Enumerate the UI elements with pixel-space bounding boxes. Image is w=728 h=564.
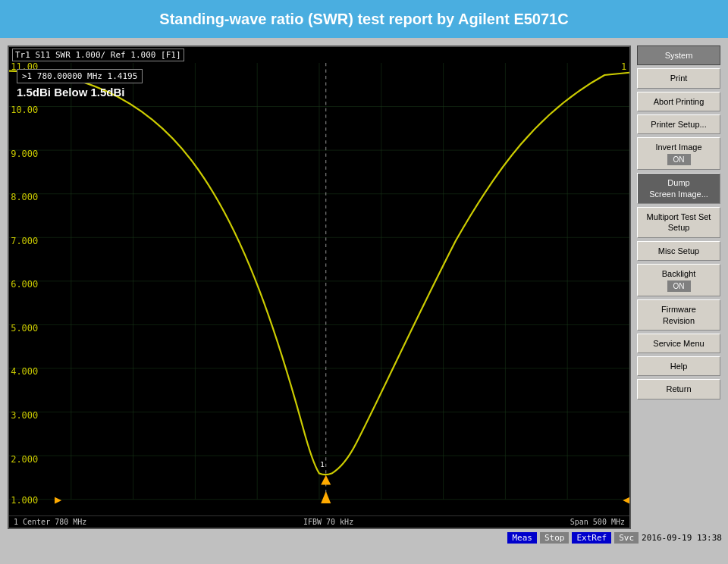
chart-svg: 11.00 10.00 9.000 8.000 7.000 6.000 5.00… (9, 63, 629, 515)
svg-text:1.000: 1.000 (11, 495, 38, 506)
datetime-display: 2016-09-19 13:38 (642, 533, 722, 543)
svg-text:9.000: 9.000 (11, 149, 38, 159)
chart-container: Tr1 S11 SWR 1.000/ Ref 1.000 [F1] (8, 45, 631, 529)
page-header: Standing-wave ratio (SWR) test report by… (0, 0, 728, 38)
sidebar-btn-service[interactable]: Service Menu (637, 334, 720, 353)
extref-status: ExtRef (572, 532, 611, 544)
backlight-status: ON (667, 280, 691, 292)
sidebar-btn-invert[interactable]: Invert Image ON (637, 137, 720, 170)
chart-footer: 1 Center 780 MHz IFBW 70 kHz Span 500 MH… (9, 515, 629, 528)
sidebar-btn-multiport[interactable]: Multiport Test SetSetup (637, 207, 720, 238)
sidebar-btn-printer-setup[interactable]: Printer Setup... (637, 114, 720, 134)
svg-text:5.000: 5.000 (11, 323, 38, 334)
marker-box: >1 780.00000 MHz 1.4195 (17, 69, 143, 83)
footer-center-label: 1 Center 780 MHz (14, 518, 86, 526)
svg-text:1: 1 (621, 63, 626, 71)
chart-header: Tr1 S11 SWR 1.000/ Ref 1.000 [F1] (9, 47, 629, 63)
svg-text:8.000: 8.000 (11, 192, 38, 202)
page-title: Standing-wave ratio (SWR) test report by… (159, 11, 568, 28)
annotation-text: 1.5dBi Below 1.5dBi (17, 86, 125, 99)
main-area: Tr1 S11 SWR 1.000/ Ref 1.000 [F1] (0, 38, 728, 529)
svg-marker-37 (321, 475, 331, 485)
svg-text:◀: ◀ (623, 493, 629, 506)
sidebar-btn-backlight[interactable]: Backlight ON (637, 264, 720, 296)
svg-text:1: 1 (320, 460, 325, 468)
svg-text:3.000: 3.000 (11, 410, 38, 421)
svg-text:10.00: 10.00 (11, 105, 38, 115)
invert-status: ON (667, 154, 691, 165)
sidebar-btn-print[interactable]: Print (637, 68, 720, 88)
sidebar-btn-abort[interactable]: Abort Printing (637, 92, 720, 111)
status-bar: Meas Stop ExtRef Svc 2016-09-19 13:38 (0, 529, 728, 546)
svg-text:4.000: 4.000 (11, 367, 38, 378)
svc-status: Svc (614, 532, 639, 544)
chart-body: 11.00 10.00 9.000 8.000 7.000 6.000 5.00… (9, 63, 629, 515)
svg-text:7.000: 7.000 (11, 236, 38, 246)
stop-status: Stop (540, 532, 570, 544)
svg-marker-35 (321, 491, 331, 503)
sidebar-btn-dump[interactable]: DumpScreen Image... (637, 173, 720, 204)
sidebar: System Print Abort Printing Printer Setu… (637, 45, 720, 529)
svg-text:6.000: 6.000 (11, 279, 38, 290)
sidebar-btn-misc[interactable]: Misc Setup (637, 241, 720, 261)
meas-status: Meas (507, 532, 537, 544)
marker-text: >1 780.00000 MHz 1.4195 (22, 71, 137, 81)
sidebar-btn-return[interactable]: Return (637, 379, 720, 399)
sidebar-btn-firmware[interactable]: FirmwareRevision (637, 299, 720, 331)
sidebar-btn-help[interactable]: Help (637, 356, 720, 376)
trace-label: Tr1 S11 SWR 1.000/ Ref 1.000 [F1] (12, 49, 184, 61)
footer-ifbw-label: IFBW 70 kHz (303, 518, 353, 526)
svg-text:2.000: 2.000 (11, 454, 38, 465)
sidebar-btn-system[interactable]: System (637, 45, 720, 65)
footer-span-label: Span 500 MHz (570, 518, 625, 526)
svg-text:▶: ▶ (55, 493, 62, 506)
